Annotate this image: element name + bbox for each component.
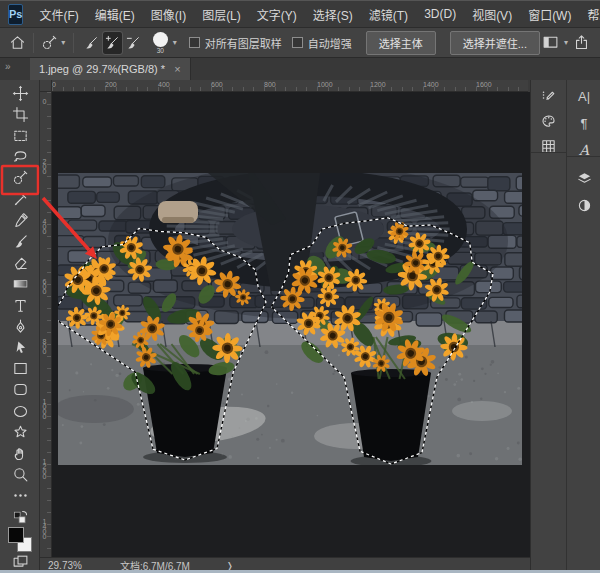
h-ruler-label: 400 — [158, 81, 170, 88]
brush-size-picker[interactable]: 30 — [150, 32, 171, 54]
v-ruler-label: 1000 — [41, 398, 48, 418]
path-selection-tool[interactable] — [7, 336, 33, 358]
document-tab-bar: » 1.jpeg @ 29.7%(RGB/8) * × — [0, 58, 600, 80]
subtract-from-selection-mode-icon[interactable] — [124, 32, 143, 54]
brush-preview-icon — [153, 32, 168, 47]
chevron-down-icon[interactable]: ▾ — [173, 38, 177, 47]
menu-1[interactable]: 文件(F) — [32, 2, 85, 27]
brush-tool[interactable] — [7, 230, 33, 252]
menu-list: 文件(F)编辑(E)图像(I)图层(L)文字(Y)选择(S)滤镜(T)3D(D)… — [32, 2, 600, 27]
tab-close-icon[interactable]: × — [174, 63, 180, 75]
brush-size-value: 30 — [157, 47, 164, 54]
panel-group-divider — [567, 156, 600, 157]
v-ruler-label: 400 — [41, 218, 48, 233]
ruler-origin-corner — [40, 80, 52, 92]
menu-9[interactable]: 视图(V) — [465, 2, 519, 27]
menu-11[interactable]: 帮助(H) — [580, 2, 600, 27]
menu-bar: Ps 文件(F)编辑(E)图像(I)图层(L)文字(Y)选择(S)滤镜(T)3D… — [0, 0, 600, 28]
panel-divider — [566, 80, 567, 573]
status-expand-icon[interactable]: ❭ — [226, 561, 234, 571]
auto-enhance-checkbox-group[interactable]: 自动增强 — [292, 35, 352, 51]
spot-healing-brush-tool[interactable] — [7, 188, 33, 210]
ellipse-tool[interactable] — [7, 400, 33, 422]
chevron-down-icon[interactable]: ▾ — [61, 38, 65, 47]
swatches-panel-icon[interactable] — [536, 134, 560, 158]
v-ruler-label: 1400 — [41, 518, 48, 538]
photoshop-window: Ps 文件(F)编辑(E)图像(I)图层(L)文字(Y)选择(S)滤镜(T)3D… — [0, 0, 600, 573]
color-panel-icon[interactable] — [536, 109, 560, 133]
gradient-tool[interactable] — [7, 273, 33, 295]
edit-toolbar[interactable] — [7, 485, 33, 507]
tools-panel — [0, 80, 40, 573]
paragraph-panel-icon[interactable]: ¶ — [572, 111, 596, 135]
custom-shape-tool[interactable] — [7, 421, 33, 443]
v-ruler-label: 600 — [41, 278, 48, 293]
h-ruler-label: 800 — [264, 81, 276, 88]
v-ruler-label: 1200 — [41, 458, 48, 478]
collapse-panels-icon[interactable]: » — [5, 61, 11, 72]
sample-all-layers-label: 对所有图层取样 — [205, 35, 282, 51]
rectangular-marquee-tool[interactable] — [7, 124, 33, 146]
h-ruler-label: 200 — [105, 81, 117, 88]
sample-all-layers-checkbox-group[interactable]: 对所有图层取样 — [189, 35, 282, 51]
menu-6[interactable]: 选择(S) — [306, 2, 360, 27]
h-ruler-label: 1200 — [370, 81, 386, 88]
h-ruler-label: 600 — [211, 81, 223, 88]
h-ruler-label: 1600 — [476, 81, 492, 88]
workspace-icon[interactable] — [540, 32, 562, 54]
v-ruler-label: 200 — [41, 158, 48, 173]
v-ruler-label: 0 — [41, 98, 48, 103]
photoshop-logo-icon: Ps — [8, 4, 23, 25]
horizontal-ruler: 020040060080010001200140016001800 — [52, 80, 528, 92]
menu-7[interactable]: 滤镜(T) — [362, 2, 415, 27]
new-selection-mode-icon[interactable] — [81, 32, 100, 54]
default-swap-colors[interactable] — [7, 506, 33, 528]
foreground-color-swatch[interactable] — [8, 527, 24, 543]
select-subject-button[interactable]: 选择主体 — [366, 31, 436, 55]
lasso-tool[interactable] — [7, 146, 33, 168]
canvas-area[interactable] — [52, 92, 530, 557]
panel-group-divider — [531, 152, 566, 153]
rounded-rectangle-tool[interactable] — [7, 379, 33, 401]
h-ruler-label: 1400 — [423, 81, 439, 88]
add-to-selection-mode-icon[interactable] — [103, 32, 122, 54]
separator — [73, 33, 74, 53]
tool-preset-icon[interactable] — [40, 32, 59, 54]
document-image-sunflowers[interactable] — [58, 173, 522, 465]
document-tab-title: 1.jpeg @ 29.7%(RGB/8) * — [39, 63, 165, 75]
eyedropper-tool[interactable] — [7, 209, 33, 231]
menu-3[interactable]: 图像(I) — [144, 2, 193, 27]
tool-options-bar: ▾ 30 ▾ 对所有图层取样 自动增强 选择主体 选择并遮住... ▾ — [0, 28, 600, 58]
menu-4[interactable]: 图层(L) — [195, 2, 248, 27]
menu-5[interactable]: 文字(Y) — [250, 2, 304, 27]
vertical-ruler: 0200400600800100012001400 — [40, 92, 52, 557]
move-tool[interactable] — [7, 82, 33, 104]
separator — [33, 33, 34, 53]
document-tab[interactable]: 1.jpeg @ 29.7%(RGB/8) * × — [30, 58, 191, 80]
auto-enhance-checkbox[interactable] — [292, 37, 303, 48]
eraser-tool[interactable] — [7, 252, 33, 274]
rectangle-tool[interactable] — [7, 358, 33, 380]
brush-settings-panel-icon[interactable] — [536, 84, 560, 108]
glyphs-panel-icon[interactable]: A — [572, 138, 596, 162]
menu-10[interactable]: 窗口(W) — [521, 2, 578, 27]
type-tool[interactable] — [7, 294, 33, 316]
layers-panel-icon[interactable] — [572, 166, 596, 190]
character-panel-icon[interactable]: A| — [572, 84, 596, 108]
sample-all-layers-checkbox[interactable] — [189, 37, 200, 48]
panel-dock: A|¶A — [530, 80, 600, 573]
zoom-tool[interactable] — [7, 464, 33, 486]
pen-tool[interactable] — [7, 315, 33, 337]
menu-2[interactable]: 编辑(E) — [88, 2, 142, 27]
menu-8[interactable]: 3D(D) — [417, 3, 463, 25]
share-icon[interactable] — [570, 32, 592, 54]
screen-mode-tool[interactable] — [7, 550, 33, 572]
chevron-down-icon[interactable]: ▾ — [564, 38, 568, 47]
crop-tool[interactable] — [7, 103, 33, 125]
home-icon[interactable] — [8, 32, 27, 54]
adjustments-panel-icon[interactable] — [572, 193, 596, 217]
quick-selection-tool[interactable] — [7, 167, 33, 189]
hand-tool[interactable] — [7, 442, 33, 464]
h-ruler-label: 0 — [52, 81, 56, 88]
select-and-mask-button[interactable]: 选择并遮住... — [450, 31, 540, 55]
